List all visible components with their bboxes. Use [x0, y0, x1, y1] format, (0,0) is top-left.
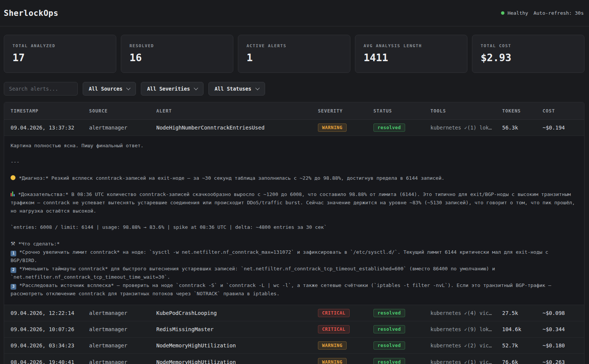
stat-value: 16 — [130, 52, 225, 63]
stat-card-active-alerts: ACTIVE ALERTS 1 — [238, 35, 350, 73]
row-tokens: 27.5k — [496, 310, 536, 316]
analysis-paragraph: 1*Срочно увеличить лимит conntrack* на н… — [11, 248, 578, 265]
severity-badge: CRITICAL — [318, 309, 350, 317]
analysis-paragraph: `entries: 6008 / limit: 6144 | usage: 98… — [11, 223, 578, 231]
health-label: Healthy — [507, 10, 528, 16]
column-header-tools: TOOLS — [424, 108, 496, 114]
row-cost: ~$0.194 — [536, 125, 584, 131]
analysis-paragraph: 3*Расследовать источник всплеска* — пров… — [11, 281, 578, 298]
table-row[interactable]: 08.04.2026, 19:40:41alertmanagerNodeMemo… — [4, 354, 584, 364]
column-header-status: STATUS — [367, 108, 424, 114]
analysis-paragraph: --- — [11, 158, 578, 166]
stat-value: 17 — [12, 52, 108, 63]
statuses-filter-label: All Statuses — [214, 86, 251, 92]
chevron-down-icon — [126, 86, 131, 90]
stat-card-total-cost: TOTAL COST $2.93 — [472, 35, 584, 73]
row-source: alertmanager — [83, 326, 150, 332]
statuses-filter-dropdown[interactable]: All Statuses — [208, 82, 265, 96]
row-severity: CRITICAL — [311, 309, 367, 317]
status-badge: resolved — [373, 325, 405, 333]
column-header-timestamp: TIMESTAMP — [4, 108, 83, 114]
chevron-down-icon — [255, 86, 259, 90]
column-header-alert: ALERT — [150, 108, 311, 114]
table-body: 09.04.2026, 13:37:32alertmanagerNodeHigh… — [4, 120, 584, 364]
stat-label: AVG ANALYSIS LENGTH — [364, 43, 459, 48]
keycap-1-icon: 1 — [11, 251, 16, 256]
status-badge: resolved — [373, 123, 405, 132]
row-tools: kubernetes ✓(2) vic… — [424, 342, 496, 349]
analysis-paragraph: *Диагноз:* Резкий всплеск conntrack-запи… — [11, 174, 578, 182]
severities-filter-dropdown[interactable]: All Severities — [141, 82, 204, 96]
row-cost: ~$0.180 — [536, 342, 584, 349]
analysis-paragraph: Картина полностью ясна. Пишу финальный о… — [11, 142, 578, 150]
severities-filter-label: All Severities — [147, 86, 190, 92]
row-alert-name: KubePodCrashLooping — [150, 310, 311, 316]
row-status: resolved — [367, 358, 424, 364]
stat-card-avg-analysis-length: AVG ANALYSIS LENGTH 1411 — [355, 35, 467, 73]
row-timestamp: 09.04.2026, 13:37:32 — [4, 125, 83, 131]
alerts-table: TIMESTAMP SOURCE ALERT SEVERITY STATUS T… — [4, 102, 584, 364]
row-cost: ~$0.263 — [536, 359, 584, 364]
column-header-cost: COST — [536, 108, 584, 114]
topbar-status: Healthy Auto-refresh: 30s — [501, 10, 584, 16]
row-alert-name: NodeMemoryHighUtilization — [150, 342, 311, 349]
stat-value: $2.93 — [481, 52, 576, 63]
row-source: alertmanager — [83, 359, 150, 364]
table-row[interactable]: 09.04.2026, 03:34:23alertmanagerNodeMemo… — [4, 338, 584, 354]
row-tools: kubernetes ✓(1) lok… — [424, 125, 496, 131]
row-cost: ~$0.098 — [536, 310, 584, 316]
column-header-source: SOURCE — [83, 108, 150, 114]
top-bar: SherlockOps Healthy Auto-refresh: 30s — [0, 0, 589, 26]
row-alert-name: NodeMemoryHighUtilization — [150, 359, 311, 364]
row-tokens: 56.3k — [496, 125, 536, 131]
row-tokens: 104.6k — [496, 326, 536, 332]
row-status: resolved — [367, 325, 424, 333]
stat-value: 1 — [247, 52, 342, 63]
severity-badge: WARNING — [318, 358, 347, 364]
status-badge: resolved — [373, 309, 405, 317]
search-input[interactable] — [4, 82, 78, 96]
table-header-row: TIMESTAMP SOURCE ALERT SEVERITY STATUS T… — [4, 102, 584, 120]
column-header-severity: SEVERITY — [311, 108, 367, 114]
status-badge: resolved — [373, 358, 405, 364]
row-tokens: 76.6k — [496, 359, 536, 364]
tools-icon: ⚒ — [11, 241, 15, 247]
severity-badge: WARNING — [318, 123, 347, 132]
stat-label: ACTIVE ALERTS — [247, 43, 342, 48]
stat-value: 1411 — [364, 52, 459, 63]
stat-card-resolved: RESOLVED 16 — [121, 35, 233, 73]
health-dot-icon — [501, 11, 504, 15]
health-status: Healthy — [501, 10, 528, 16]
table-row[interactable]: 09.04.2026, 10:07:26alertmanagerRedisMis… — [4, 321, 584, 338]
sources-filter-label: All Sources — [89, 86, 122, 92]
row-cost: ~$0.344 — [536, 326, 584, 332]
row-source: alertmanager — [83, 342, 150, 349]
keycap-2-icon: 2 — [11, 267, 16, 273]
bar-chart-icon — [11, 191, 15, 196]
stat-label: TOTAL COST — [481, 43, 576, 48]
row-status: resolved — [367, 309, 424, 317]
row-tokens: 52.7k — [496, 342, 536, 349]
row-severity: WARNING — [311, 341, 367, 350]
yellow-circle-icon — [11, 175, 15, 180]
severity-badge: WARNING — [318, 341, 347, 350]
chevron-down-icon — [194, 86, 198, 90]
row-severity: WARNING — [311, 123, 367, 132]
table-row[interactable]: 09.04.2026, 12:22:14alertmanagerKubePodC… — [4, 305, 584, 321]
row-source: alertmanager — [83, 310, 150, 316]
row-alert-name: NodeHighNumberConntrackEntriesUsed — [150, 125, 311, 131]
filter-bar: All Sources All Severities All Statuses — [0, 73, 589, 96]
row-timestamp: 09.04.2026, 03:34:23 — [4, 342, 83, 349]
row-timestamp: 09.04.2026, 12:22:14 — [4, 310, 83, 316]
row-tools: kubernetes ✓(4) vic… — [424, 310, 496, 316]
analysis-paragraph: 2*Уменьшить таймауты conntrack* для быст… — [11, 265, 578, 281]
row-timestamp: 09.04.2026, 10:07:26 — [4, 326, 83, 332]
row-status: resolved — [367, 123, 424, 132]
sources-filter-dropdown[interactable]: All Sources — [83, 82, 136, 96]
app-title: SherlockOps — [4, 9, 59, 18]
row-source: alertmanager — [83, 125, 150, 131]
status-badge: resolved — [373, 341, 405, 350]
table-row[interactable]: 09.04.2026, 13:37:32alertmanagerNodeHigh… — [4, 120, 584, 136]
stat-label: RESOLVED — [130, 43, 225, 48]
analysis-paragraph: ⚒*Что сделать:* — [11, 239, 578, 248]
